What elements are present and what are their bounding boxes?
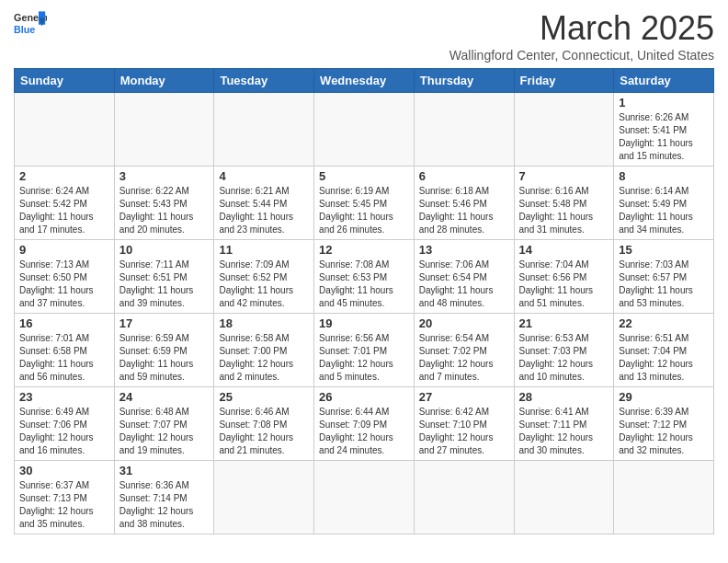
day-info: Sunrise: 7:06 AM Sunset: 6:54 PM Dayligh… xyxy=(419,259,509,310)
day-number: 17 xyxy=(119,316,210,330)
calendar-cell: 8Sunrise: 6:14 AM Sunset: 5:49 PM Daylig… xyxy=(614,167,714,240)
calendar-cell: 19Sunrise: 6:56 AM Sunset: 7:01 PM Dayli… xyxy=(314,314,415,387)
calendar-header-thursday: Thursday xyxy=(414,69,514,93)
day-info: Sunrise: 6:36 AM Sunset: 7:14 PM Dayligh… xyxy=(119,479,210,531)
day-number: 2 xyxy=(19,169,109,183)
day-info: Sunrise: 7:13 AM Sunset: 6:50 PM Dayligh… xyxy=(19,259,109,310)
calendar-week-row: 16Sunrise: 7:01 AM Sunset: 6:58 PM Dayli… xyxy=(15,314,714,387)
calendar-week-row: 2Sunrise: 6:24 AM Sunset: 5:42 PM Daylig… xyxy=(15,167,714,240)
day-number: 30 xyxy=(19,464,109,477)
calendar-cell: 31Sunrise: 6:36 AM Sunset: 7:14 PM Dayli… xyxy=(114,461,214,534)
day-number: 1 xyxy=(619,96,709,109)
day-number: 19 xyxy=(319,316,409,330)
day-info: Sunrise: 7:03 AM Sunset: 6:57 PM Dayligh… xyxy=(619,259,709,310)
calendar-cell xyxy=(514,461,614,534)
calendar-cell xyxy=(214,461,314,534)
day-number: 28 xyxy=(519,390,609,404)
day-info: Sunrise: 6:26 AM Sunset: 5:41 PM Dayligh… xyxy=(619,111,709,163)
calendar-cell: 17Sunrise: 6:59 AM Sunset: 6:59 PM Dayli… xyxy=(114,314,214,387)
day-info: Sunrise: 6:46 AM Sunset: 7:08 PM Dayligh… xyxy=(219,406,309,457)
day-info: Sunrise: 7:08 AM Sunset: 6:53 PM Dayligh… xyxy=(319,259,409,310)
calendar-cell: 30Sunrise: 6:37 AM Sunset: 7:13 PM Dayli… xyxy=(15,461,115,534)
calendar-cell: 13Sunrise: 7:06 AM Sunset: 6:54 PM Dayli… xyxy=(414,240,514,314)
day-info: Sunrise: 6:42 AM Sunset: 7:10 PM Dayligh… xyxy=(419,406,509,457)
calendar-week-row: 1Sunrise: 6:26 AM Sunset: 5:41 PM Daylig… xyxy=(15,93,714,167)
day-number: 11 xyxy=(219,243,309,257)
day-number: 21 xyxy=(519,316,609,330)
calendar-cell xyxy=(614,461,714,534)
day-number: 26 xyxy=(319,390,409,404)
calendar-cell: 14Sunrise: 7:04 AM Sunset: 6:56 PM Dayli… xyxy=(514,240,614,314)
calendar-cell: 11Sunrise: 7:09 AM Sunset: 6:52 PM Dayli… xyxy=(214,240,314,314)
calendar-cell: 18Sunrise: 6:58 AM Sunset: 7:00 PM Dayli… xyxy=(214,314,314,387)
day-number: 9 xyxy=(19,243,109,257)
calendar-header-sunday: Sunday xyxy=(15,69,115,93)
day-number: 24 xyxy=(119,390,210,404)
calendar-cell xyxy=(414,461,514,534)
day-number: 20 xyxy=(419,316,509,330)
page-header: General Blue March 2025 Wallingford Cent… xyxy=(14,9,714,63)
calendar-cell: 15Sunrise: 7:03 AM Sunset: 6:57 PM Dayli… xyxy=(614,240,714,314)
day-number: 27 xyxy=(419,390,509,404)
day-info: Sunrise: 6:22 AM Sunset: 5:43 PM Dayligh… xyxy=(119,185,210,236)
day-info: Sunrise: 6:14 AM Sunset: 5:49 PM Dayligh… xyxy=(619,185,709,236)
calendar-cell: 3Sunrise: 6:22 AM Sunset: 5:43 PM Daylig… xyxy=(114,167,214,240)
day-number: 10 xyxy=(119,243,210,257)
calendar-cell: 9Sunrise: 7:13 AM Sunset: 6:50 PM Daylig… xyxy=(15,240,115,314)
month-title: March 2025 xyxy=(449,9,714,48)
day-info: Sunrise: 6:48 AM Sunset: 7:07 PM Dayligh… xyxy=(119,406,210,457)
day-number: 4 xyxy=(219,169,309,183)
calendar-cell: 20Sunrise: 6:54 AM Sunset: 7:02 PM Dayli… xyxy=(414,314,514,387)
calendar-cell: 16Sunrise: 7:01 AM Sunset: 6:58 PM Dayli… xyxy=(15,314,115,387)
day-number: 18 xyxy=(219,316,309,330)
day-number: 5 xyxy=(319,169,409,183)
svg-text:Blue: Blue xyxy=(14,24,35,35)
calendar-cell xyxy=(414,93,514,167)
day-info: Sunrise: 6:54 AM Sunset: 7:02 PM Dayligh… xyxy=(419,332,509,384)
calendar-week-row: 23Sunrise: 6:49 AM Sunset: 7:06 PM Dayli… xyxy=(15,387,714,461)
calendar-week-row: 9Sunrise: 7:13 AM Sunset: 6:50 PM Daylig… xyxy=(15,240,714,314)
day-number: 12 xyxy=(319,243,409,257)
day-info: Sunrise: 6:49 AM Sunset: 7:06 PM Dayligh… xyxy=(19,406,109,457)
day-number: 23 xyxy=(19,390,109,404)
calendar-cell xyxy=(15,93,115,167)
calendar-cell: 4Sunrise: 6:21 AM Sunset: 5:44 PM Daylig… xyxy=(214,167,314,240)
calendar-header-row: SundayMondayTuesdayWednesdayThursdayFrid… xyxy=(15,69,714,93)
calendar-cell: 29Sunrise: 6:39 AM Sunset: 7:12 PM Dayli… xyxy=(614,387,714,461)
calendar-cell xyxy=(114,93,214,167)
calendar-cell: 2Sunrise: 6:24 AM Sunset: 5:42 PM Daylig… xyxy=(15,167,115,240)
calendar-cell xyxy=(314,461,415,534)
calendar-cell: 23Sunrise: 6:49 AM Sunset: 7:06 PM Dayli… xyxy=(15,387,115,461)
calendar-cell: 21Sunrise: 6:53 AM Sunset: 7:03 PM Dayli… xyxy=(514,314,614,387)
day-number: 3 xyxy=(119,169,210,183)
day-number: 16 xyxy=(19,316,109,330)
day-info: Sunrise: 6:51 AM Sunset: 7:04 PM Dayligh… xyxy=(619,332,709,384)
logo: General Blue xyxy=(14,9,47,37)
day-number: 22 xyxy=(619,316,709,330)
calendar-header-wednesday: Wednesday xyxy=(314,69,415,93)
day-info: Sunrise: 7:04 AM Sunset: 6:56 PM Dayligh… xyxy=(519,259,609,310)
calendar-header-friday: Friday xyxy=(514,69,614,93)
day-info: Sunrise: 7:11 AM Sunset: 6:51 PM Dayligh… xyxy=(119,259,210,310)
calendar-cell: 25Sunrise: 6:46 AM Sunset: 7:08 PM Dayli… xyxy=(214,387,314,461)
calendar-cell: 28Sunrise: 6:41 AM Sunset: 7:11 PM Dayli… xyxy=(514,387,614,461)
day-number: 6 xyxy=(419,169,509,183)
day-info: Sunrise: 6:18 AM Sunset: 5:46 PM Dayligh… xyxy=(419,185,509,236)
title-area: March 2025 Wallingford Center, Connectic… xyxy=(449,9,714,63)
day-number: 31 xyxy=(119,464,210,477)
day-info: Sunrise: 7:09 AM Sunset: 6:52 PM Dayligh… xyxy=(219,259,309,310)
day-info: Sunrise: 6:56 AM Sunset: 7:01 PM Dayligh… xyxy=(319,332,409,384)
day-info: Sunrise: 6:41 AM Sunset: 7:11 PM Dayligh… xyxy=(519,406,609,457)
day-info: Sunrise: 6:59 AM Sunset: 6:59 PM Dayligh… xyxy=(119,332,210,384)
day-number: 29 xyxy=(619,390,709,404)
calendar-cell: 22Sunrise: 6:51 AM Sunset: 7:04 PM Dayli… xyxy=(614,314,714,387)
calendar-cell: 7Sunrise: 6:16 AM Sunset: 5:48 PM Daylig… xyxy=(514,167,614,240)
calendar-cell: 24Sunrise: 6:48 AM Sunset: 7:07 PM Dayli… xyxy=(114,387,214,461)
calendar-cell xyxy=(514,93,614,167)
calendar-cell: 6Sunrise: 6:18 AM Sunset: 5:46 PM Daylig… xyxy=(414,167,514,240)
day-info: Sunrise: 6:21 AM Sunset: 5:44 PM Dayligh… xyxy=(219,185,309,236)
day-info: Sunrise: 6:19 AM Sunset: 5:45 PM Dayligh… xyxy=(319,185,409,236)
day-number: 14 xyxy=(519,243,609,257)
day-number: 15 xyxy=(619,243,709,257)
calendar-cell: 5Sunrise: 6:19 AM Sunset: 5:45 PM Daylig… xyxy=(314,167,415,240)
